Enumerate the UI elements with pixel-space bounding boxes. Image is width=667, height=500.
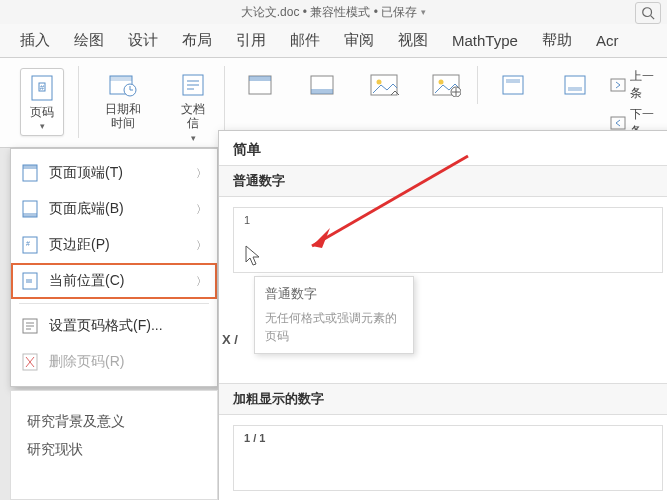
tab-design[interactable]: 设计 <box>116 23 170 58</box>
menu-page-top[interactable]: 页面顶端(T) 〉 <box>11 155 217 191</box>
date-time-label: 日期和时间 <box>99 102 146 131</box>
page-number-label: 页码 <box>30 105 54 119</box>
menu-format-page-number[interactable]: 设置页码格式(F)... <box>11 308 217 344</box>
ribbon-tabs: 插入 绘图 设计 布局 引用 邮件 审阅 视图 MathType 帮助 Acr <box>0 24 667 58</box>
menu-page-margin-label: 页边距(P) <box>41 236 196 254</box>
preview-bold-number: 1 / 1 <box>244 432 265 444</box>
square-button-2[interactable] <box>558 68 592 102</box>
prev-label: 上一条 <box>630 68 657 102</box>
svg-rect-26 <box>568 87 582 91</box>
tooltip-title: 普通数字 <box>265 285 403 303</box>
tab-mathtype[interactable]: MathType <box>440 24 530 57</box>
doc-line-1: 研究背景及意义 <box>27 407 201 435</box>
svg-line-1 <box>651 16 655 20</box>
date-time-icon <box>108 70 138 100</box>
preview-plain-number: 1 <box>244 214 250 226</box>
footer-button[interactable] <box>305 68 339 102</box>
gallery-preview-plain[interactable]: 1 <box>233 207 663 273</box>
search-button[interactable] <box>635 2 661 24</box>
chevron-right-icon: 〉 <box>196 166 209 181</box>
tab-review[interactable]: 审阅 <box>332 23 386 58</box>
svg-rect-36 <box>26 279 32 283</box>
svg-rect-30 <box>23 165 37 169</box>
tab-layout[interactable]: 布局 <box>170 23 224 58</box>
chevron-right-icon: 〉 <box>196 274 209 289</box>
title-dd[interactable]: ▾ <box>421 7 426 17</box>
gallery-preview-bold[interactable]: 1 / 1 <box>233 425 663 491</box>
svg-text:#: # <box>40 83 45 92</box>
search-icon <box>641 6 655 20</box>
page-bottom-icon <box>19 200 41 218</box>
menu-format-label: 设置页码格式(F)... <box>41 317 209 335</box>
title-mode: 兼容性模式 <box>310 4 370 21</box>
menu-current-position[interactable]: 当前位置(C) 〉 <box>11 263 217 299</box>
tab-insert[interactable]: 插入 <box>0 23 62 58</box>
menu-page-bottom[interactable]: 页面底端(B) 〉 <box>11 191 217 227</box>
chevron-right-icon: 〉 <box>196 202 209 217</box>
menu-page-margin[interactable]: # 页边距(P) 〉 <box>11 227 217 263</box>
doc-info-button[interactable]: 文档信 ▾ <box>176 68 210 145</box>
doc-info-icon <box>178 70 208 100</box>
gallery-section-plain: 普通数字 <box>219 165 667 197</box>
square-icon-2 <box>560 70 590 100</box>
menu-separator <box>19 303 209 304</box>
doc-info-label: 文档信 <box>178 102 208 131</box>
header-icon <box>245 70 275 100</box>
menu-remove-page-number: 删除页码(R) <box>11 344 217 380</box>
svg-rect-17 <box>311 89 333 94</box>
tab-acrobat[interactable]: Acr <box>584 24 631 57</box>
svg-rect-25 <box>565 76 585 94</box>
gallery-section-bold: 加粗显示的数字 <box>219 383 667 415</box>
online-picture-icon <box>431 70 461 100</box>
format-icon <box>19 318 41 334</box>
chevron-right-icon: 〉 <box>196 238 209 253</box>
title-status: 已保存 <box>381 4 417 21</box>
title-dot: • <box>299 5 310 19</box>
svg-rect-23 <box>503 76 523 94</box>
prev-icon <box>610 76 626 94</box>
title-doc-name: 大论文.doc <box>241 4 300 21</box>
date-time-button[interactable]: 日期和时间 <box>97 68 148 133</box>
tooltip: 普通数字 无任何格式或强调元素的页码 <box>254 276 414 354</box>
menu-remove-label: 删除页码(R) <box>41 353 209 371</box>
page-margin-icon: # <box>19 236 41 254</box>
picture-button[interactable] <box>367 68 401 102</box>
tab-help[interactable]: 帮助 <box>530 23 584 58</box>
svg-rect-27 <box>611 79 625 91</box>
svg-rect-24 <box>506 79 520 83</box>
tab-draw[interactable]: 绘图 <box>62 23 116 58</box>
tooltip-desc: 无任何格式或强调元素的页码 <box>265 309 403 345</box>
svg-rect-6 <box>110 76 132 81</box>
svg-point-21 <box>439 80 444 85</box>
header-button[interactable] <box>243 68 277 102</box>
current-position-icon <box>19 272 41 290</box>
menu-current-position-label: 当前位置(C) <box>41 272 196 290</box>
tab-references[interactable]: 引用 <box>224 23 278 58</box>
svg-rect-28 <box>611 117 625 129</box>
tab-view[interactable]: 视图 <box>386 23 440 58</box>
page-number-menu: 页面顶端(T) 〉 页面底端(B) 〉 # 页边距(P) 〉 当前位置(C) 〉… <box>10 148 218 387</box>
svg-point-0 <box>643 8 652 17</box>
page-number-button[interactable]: # 页码 ▾ <box>20 68 64 136</box>
page-number-icon: # <box>27 73 57 103</box>
picture-icon <box>369 70 399 100</box>
document-content: 研究背景及意义 研究现状 <box>10 390 218 500</box>
menu-page-bottom-label: 页面底端(B) <box>41 200 196 218</box>
svg-point-19 <box>377 80 382 85</box>
square-button-1[interactable] <box>496 68 530 102</box>
x-slash-label: X / <box>222 332 238 347</box>
tab-mailings[interactable]: 邮件 <box>278 23 332 58</box>
remove-icon <box>19 353 41 371</box>
doc-line-2: 研究现状 <box>27 435 201 463</box>
title-dot2: • <box>370 5 381 19</box>
page-number-dd-icon: ▾ <box>40 121 45 131</box>
gallery-header: 简单 <box>219 131 667 165</box>
online-picture-button[interactable] <box>429 68 463 102</box>
prev-button[interactable]: 上一条 <box>610 68 657 102</box>
svg-rect-15 <box>249 76 271 81</box>
page-top-icon <box>19 164 41 182</box>
title-bar: 大论文.doc • 兼容性模式 • 已保存 ▾ <box>0 0 667 24</box>
menu-page-top-label: 页面顶端(T) <box>41 164 196 182</box>
square-icon-1 <box>498 70 528 100</box>
svg-text:#: # <box>26 240 30 247</box>
